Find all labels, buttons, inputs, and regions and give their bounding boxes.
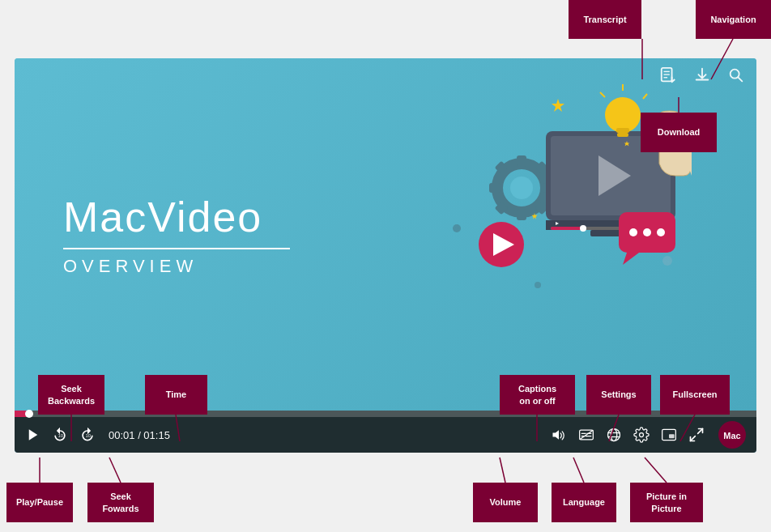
settings-button[interactable] bbox=[632, 425, 651, 445]
svg-text:Mac: Mac bbox=[723, 431, 740, 440]
volume-label: Volume bbox=[490, 496, 522, 508]
svg-line-12 bbox=[645, 458, 667, 483]
svg-point-48 bbox=[629, 228, 637, 236]
svg-line-66 bbox=[580, 430, 594, 440]
download-icon-btn[interactable] bbox=[692, 65, 713, 86]
svg-point-50 bbox=[657, 228, 665, 236]
time-display: 00:01 / 01:15 bbox=[109, 429, 170, 441]
volume-annotation: Volume bbox=[473, 483, 538, 522]
svg-point-38 bbox=[605, 97, 641, 133]
navigation-label: Navigation bbox=[710, 14, 756, 25]
svg-rect-73 bbox=[669, 434, 675, 438]
settings-label: Settings bbox=[601, 389, 636, 400]
video-content: MacVideo OVERVIEW bbox=[15, 58, 756, 411]
svg-rect-21 bbox=[517, 155, 526, 167]
svg-point-71 bbox=[640, 433, 644, 437]
play-pause-button[interactable] bbox=[24, 426, 42, 444]
svg-text:10: 10 bbox=[58, 433, 64, 438]
seek-back-button[interactable]: 10 bbox=[50, 425, 70, 445]
svg-point-55 bbox=[535, 282, 541, 288]
right-controls: Mac bbox=[549, 420, 747, 449]
svg-line-9 bbox=[109, 458, 121, 483]
video-controls: 10 10 00:01 / 01:15 bbox=[15, 411, 756, 453]
seek-back-label: Seek Backwards bbox=[48, 383, 95, 406]
pip-button[interactable] bbox=[659, 425, 679, 445]
svg-rect-39 bbox=[616, 128, 629, 133]
settings-annotation: Settings bbox=[586, 375, 651, 415]
svg-rect-35 bbox=[551, 227, 583, 230]
svg-text:10: 10 bbox=[86, 433, 92, 438]
svg-line-42 bbox=[643, 94, 647, 99]
language-button[interactable] bbox=[604, 425, 624, 445]
download-annotation: Download bbox=[641, 113, 717, 152]
play-pause-label: Play/Pause bbox=[16, 496, 63, 508]
controls-row: 10 10 00:01 / 01:15 bbox=[15, 417, 756, 453]
progress-dot bbox=[25, 410, 33, 418]
svg-line-74 bbox=[698, 429, 703, 434]
video-top-bar bbox=[648, 58, 756, 92]
svg-point-20 bbox=[510, 177, 533, 199]
time-annotation: Time bbox=[145, 375, 207, 415]
svg-point-54 bbox=[453, 224, 461, 232]
seek-fwd-button[interactable]: 10 bbox=[78, 425, 97, 445]
title-divider bbox=[63, 248, 290, 249]
volume-button[interactable] bbox=[549, 425, 569, 445]
fullscreen-label: Fullscreen bbox=[672, 389, 717, 400]
svg-marker-51 bbox=[552, 99, 564, 112]
svg-point-68 bbox=[611, 429, 617, 441]
search-icon-btn[interactable] bbox=[726, 65, 747, 86]
captions-button[interactable] bbox=[577, 425, 596, 445]
transcript-icon-btn[interactable] bbox=[658, 65, 679, 86]
download-label: Download bbox=[658, 126, 701, 138]
video-sub-title: OVERVIEW bbox=[63, 256, 290, 277]
svg-point-56 bbox=[662, 256, 672, 266]
svg-rect-23 bbox=[489, 183, 501, 193]
svg-line-11 bbox=[573, 458, 584, 483]
svg-marker-57 bbox=[29, 429, 38, 440]
svg-point-67 bbox=[608, 429, 620, 441]
fullscreen-annotation: Fullscreen bbox=[660, 375, 730, 415]
captions-annotation: Captions on or off bbox=[500, 375, 575, 415]
seek-fwd-label: Seek Fowards bbox=[102, 491, 138, 514]
svg-rect-22 bbox=[517, 209, 526, 220]
video-title-block: MacVideo OVERVIEW bbox=[63, 193, 290, 277]
svg-marker-47 bbox=[623, 253, 639, 265]
svg-point-49 bbox=[643, 228, 651, 236]
navigation-annotation: Navigation bbox=[696, 0, 771, 39]
time-label: Time bbox=[166, 389, 186, 400]
pip-label: Picture in Picture bbox=[646, 491, 687, 514]
video-main-title: MacVideo bbox=[63, 193, 290, 241]
svg-line-18 bbox=[738, 77, 742, 81]
transcript-label: Transcript bbox=[583, 14, 626, 25]
seek-fwd-annotation: Seek Fowards bbox=[87, 483, 154, 522]
language-label: Language bbox=[563, 496, 605, 508]
svg-line-43 bbox=[600, 92, 605, 97]
fullscreen-button[interactable] bbox=[687, 425, 706, 445]
svg-marker-60 bbox=[553, 430, 560, 440]
svg-point-36 bbox=[580, 225, 586, 232]
play-pause-annotation: Play/Pause bbox=[6, 483, 73, 522]
pip-annotation: Picture in Picture bbox=[630, 483, 703, 522]
language-annotation: Language bbox=[552, 483, 616, 522]
svg-line-75 bbox=[691, 436, 696, 441]
svg-rect-40 bbox=[617, 133, 628, 137]
captions-label: Captions on or off bbox=[518, 383, 556, 406]
svg-line-10 bbox=[500, 458, 505, 483]
seek-back-annotation: Seek Backwards bbox=[38, 375, 104, 415]
mcmaster-logo: Mac bbox=[718, 420, 747, 449]
transcript-annotation: Transcript bbox=[569, 0, 641, 39]
